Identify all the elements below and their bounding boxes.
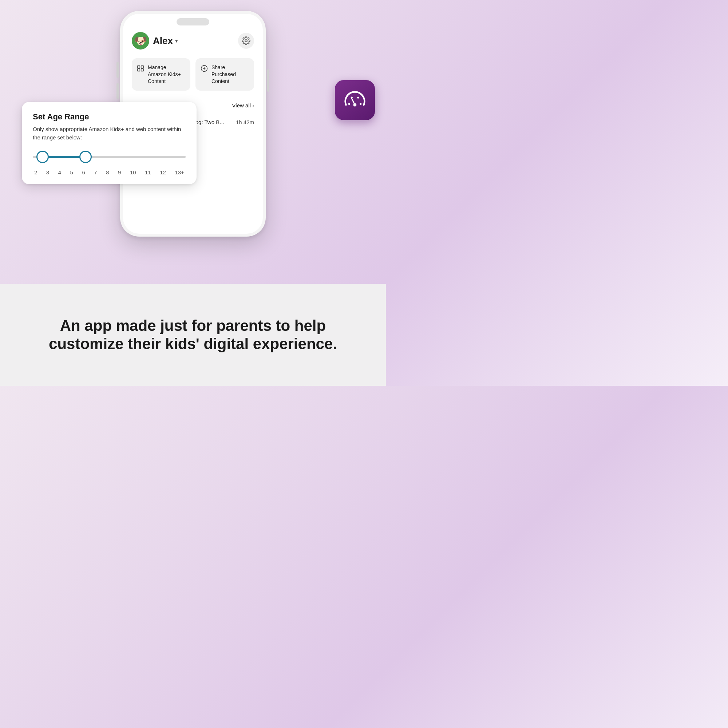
age-label-12: 12 — [160, 169, 166, 176]
age-label-2: 2 — [34, 169, 37, 176]
power-button — [267, 69, 269, 92]
share-icon — [200, 65, 208, 74]
gear-icon — [242, 37, 251, 45]
share-purchased-content-label: Share Purchased Content — [211, 64, 249, 85]
age-label-8: 8 — [106, 169, 109, 176]
age-label-6: 6 — [82, 169, 85, 176]
svg-rect-2 — [141, 66, 144, 69]
slider-thumb-max[interactable] — [80, 151, 92, 163]
volume-down-button — [116, 83, 119, 99]
tagline-line2: customize their kids' digital experience… — [49, 335, 337, 352]
svg-rect-1 — [138, 66, 140, 69]
bottom-tagline: An app made just for parents to help cus… — [49, 317, 337, 353]
share-purchased-content-button[interactable]: Share Purchased Content — [196, 58, 254, 91]
chevron-down-icon: ▾ — [175, 38, 177, 44]
avatar-emoji: 🐶 — [134, 35, 147, 47]
avatar: 🐶 — [132, 32, 149, 49]
svg-point-10 — [357, 96, 359, 98]
volume-up-button — [116, 62, 119, 78]
chevron-right-icon: › — [252, 102, 254, 109]
age-labels: 2 3 4 5 6 7 8 9 10 11 12 13+ — [33, 169, 186, 176]
view-all-button[interactable]: View all › — [232, 102, 254, 109]
age-label-4: 4 — [58, 169, 61, 176]
profile-left[interactable]: 🐶 Alex ▾ — [132, 32, 177, 49]
age-label-5: 5 — [70, 169, 73, 176]
age-label-7: 7 — [94, 169, 97, 176]
manage-kids-content-label: Manage Amazon Kids+ Content — [148, 64, 185, 85]
user-name-label: Alex — [153, 35, 173, 47]
bottom-text-area: An app made just for parents to help cus… — [0, 284, 386, 386]
settings-button[interactable] — [238, 33, 254, 49]
slider-thumb-min[interactable] — [37, 151, 49, 163]
view-all-label: View all — [232, 102, 251, 109]
svg-point-8 — [348, 103, 350, 105]
action-buttons: Manage Amazon Kids+ Content Share Purcha… — [132, 58, 254, 91]
svg-point-13 — [353, 103, 357, 107]
tagline-line1: An app made just for parents to help — [60, 317, 326, 334]
age-label-13plus: 13+ — [175, 169, 184, 176]
manage-icon — [137, 65, 144, 74]
age-label-11: 11 — [145, 169, 151, 176]
age-range-slider[interactable] — [33, 150, 186, 164]
age-range-description: Only show appropriate Amazon Kids+ and w… — [33, 125, 186, 142]
svg-rect-4 — [141, 69, 144, 71]
activity-time: 1h 42m — [236, 119, 254, 125]
svg-point-11 — [359, 103, 361, 105]
age-label-9: 9 — [118, 169, 121, 176]
dashboard-app-icon — [335, 80, 375, 120]
phone-notch — [177, 18, 209, 26]
speedometer-icon — [342, 87, 368, 113]
age-range-title: Set Age Range — [33, 112, 186, 122]
age-range-card: Set Age Range Only show appropriate Amaz… — [22, 102, 197, 184]
manage-kids-content-button[interactable]: Manage Amazon Kids+ Content — [132, 58, 190, 91]
age-label-3: 3 — [46, 169, 49, 176]
age-label-10: 10 — [130, 169, 136, 176]
svg-point-0 — [245, 40, 247, 42]
profile-header: 🐶 Alex ▾ — [132, 32, 254, 49]
svg-rect-3 — [138, 69, 140, 71]
profile-name[interactable]: Alex ▾ — [153, 35, 177, 47]
